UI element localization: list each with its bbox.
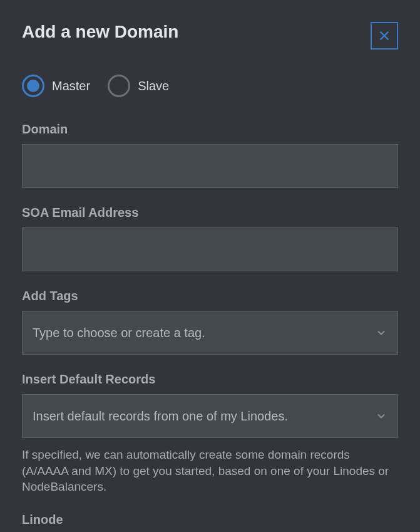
dialog-title: Add a new Domain	[22, 22, 178, 42]
linode-label: Linode	[22, 513, 398, 527]
default-records-field: Insert Default Records Insert default re…	[22, 372, 398, 495]
soa-email-field: SOA Email Address	[22, 206, 398, 271]
default-records-value: Insert default records from one of my Li…	[33, 409, 375, 424]
chevron-down-icon	[375, 410, 387, 422]
default-records-help: If specified, we can automatically creat…	[22, 447, 398, 495]
chevron-down-icon	[375, 326, 387, 339]
radio-slave-label: Slave	[138, 79, 169, 93]
linode-field: Linode ubuntu-18.04-jp	[22, 513, 398, 532]
tags-field: Add Tags Type to choose or create a tag.	[22, 289, 398, 355]
domain-label: Domain	[22, 122, 398, 137]
default-records-label: Insert Default Records	[22, 372, 398, 387]
radio-indicator	[22, 75, 44, 97]
tags-label: Add Tags	[22, 289, 398, 303]
domain-type-radio-group: Master Slave	[22, 75, 398, 97]
domain-input[interactable]	[22, 144, 398, 188]
radio-inner-dot	[27, 80, 39, 92]
tags-select[interactable]: Type to choose or create a tag.	[22, 311, 398, 355]
radio-slave[interactable]: Slave	[108, 75, 169, 97]
dialog-header: Add a new Domain	[22, 22, 398, 50]
default-records-select[interactable]: Insert default records from one of my Li…	[22, 394, 398, 438]
radio-master-label: Master	[52, 79, 90, 93]
close-icon	[377, 29, 391, 43]
domain-field: Domain	[22, 122, 398, 188]
tags-placeholder: Type to choose or create a tag.	[33, 326, 375, 340]
soa-email-input[interactable]	[22, 227, 398, 271]
radio-indicator	[108, 75, 130, 97]
close-button[interactable]	[371, 22, 398, 50]
radio-master[interactable]: Master	[22, 75, 90, 97]
soa-email-label: SOA Email Address	[22, 206, 398, 220]
